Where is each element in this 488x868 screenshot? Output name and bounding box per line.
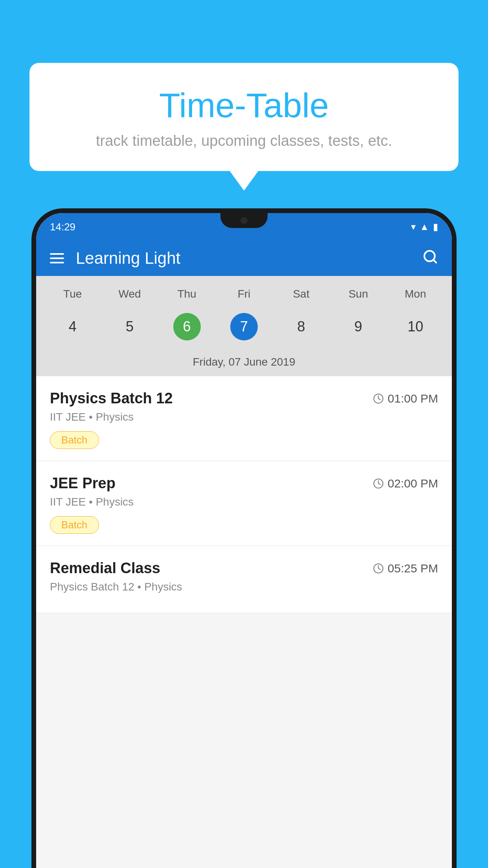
date-circle: 8	[287, 313, 315, 340]
wifi-icon: ▾	[411, 221, 416, 232]
day-label: Tue	[44, 284, 101, 304]
batch-tag: Batch	[50, 516, 99, 534]
phone-inner: 14:29 ▾ ▲ ▮ Learning Light	[36, 213, 452, 868]
app-header: Learning Light	[36, 241, 452, 276]
date-item[interactable]: 10	[387, 308, 444, 345]
signal-icon: ▲	[420, 221, 429, 232]
date-item[interactable]: 7	[215, 308, 272, 345]
schedule-item[interactable]: JEE Prep 02:00 PM IIT JEE • Physics Batc…	[36, 461, 452, 546]
status-bar: 14:29 ▾ ▲ ▮	[36, 213, 452, 241]
date-item[interactable]: 9	[330, 308, 387, 345]
date-item[interactable]: 8	[273, 308, 330, 345]
selected-date-label: Friday, 07 June 2019	[36, 351, 452, 376]
time-label: 01:00 PM	[388, 392, 438, 405]
schedule-item[interactable]: Remedial Class 05:25 PM Physics Batch 12…	[36, 546, 452, 613]
bubble-subtitle: track timetable, upcoming classes, tests…	[53, 132, 435, 149]
date-circle: 10	[402, 313, 429, 340]
day-label: Fri	[215, 284, 272, 304]
camera	[240, 217, 248, 224]
schedule-item[interactable]: Physics Batch 12 01:00 PM IIT JEE • Phys…	[36, 376, 452, 461]
schedule-meta: Physics Batch 12 • Physics	[50, 581, 438, 593]
day-label: Mon	[387, 284, 444, 304]
day-label: Sat	[273, 284, 330, 304]
days-row: TueWedThuFriSatSunMon	[36, 276, 452, 308]
clock-icon	[373, 393, 384, 404]
app-title: Learning Light	[76, 249, 422, 268]
schedule-list: Physics Batch 12 01:00 PM IIT JEE • Phys…	[36, 376, 452, 613]
hamburger-menu-button[interactable]	[50, 253, 64, 263]
date-circle: 7	[230, 313, 258, 340]
battery-icon: ▮	[433, 221, 438, 232]
schedule-name: Physics Batch 12	[50, 390, 173, 407]
schedule-meta: IIT JEE • Physics	[50, 411, 438, 423]
schedule-name: Remedial Class	[50, 560, 160, 577]
day-label: Thu	[158, 284, 215, 304]
clock-icon	[373, 563, 384, 574]
batch-tag: Batch	[50, 431, 99, 449]
date-circle: 4	[59, 313, 86, 340]
schedule-name: JEE Prep	[50, 475, 116, 492]
date-item[interactable]: 6	[158, 308, 215, 345]
search-icon[interactable]	[422, 249, 438, 268]
date-circle: 5	[116, 313, 143, 340]
bubble-title: Time-Table	[53, 86, 435, 125]
schedule-time: 02:00 PM	[373, 477, 438, 490]
day-label: Wed	[101, 284, 158, 304]
date-circle: 9	[345, 313, 372, 340]
date-item[interactable]: 4	[44, 308, 101, 345]
status-icons: ▾ ▲ ▮	[411, 221, 438, 232]
schedule-item-header: Physics Batch 12 01:00 PM	[50, 390, 438, 407]
schedule-time: 01:00 PM	[373, 392, 438, 405]
notch	[220, 213, 268, 228]
dates-row: 45678910	[36, 308, 452, 351]
day-label: Sun	[330, 284, 387, 304]
time-label: 05:25 PM	[388, 562, 438, 575]
schedule-item-header: Remedial Class 05:25 PM	[50, 560, 438, 577]
schedule-item-header: JEE Prep 02:00 PM	[50, 475, 438, 492]
status-time: 14:29	[50, 221, 75, 233]
date-circle: 6	[173, 313, 201, 340]
calendar-section: TueWedThuFriSatSunMon 45678910 Friday, 0…	[36, 276, 452, 376]
phone-mockup: 14:29 ▾ ▲ ▮ Learning Light	[31, 208, 457, 868]
speech-bubble-container: Time-Table track timetable, upcoming cla…	[29, 63, 459, 171]
schedule-meta: IIT JEE • Physics	[50, 496, 438, 508]
date-item[interactable]: 5	[101, 308, 158, 345]
svg-line-1	[433, 259, 436, 262]
schedule-time: 05:25 PM	[373, 562, 438, 575]
speech-bubble: Time-Table track timetable, upcoming cla…	[29, 63, 459, 171]
time-label: 02:00 PM	[388, 477, 438, 490]
clock-icon	[373, 478, 384, 489]
